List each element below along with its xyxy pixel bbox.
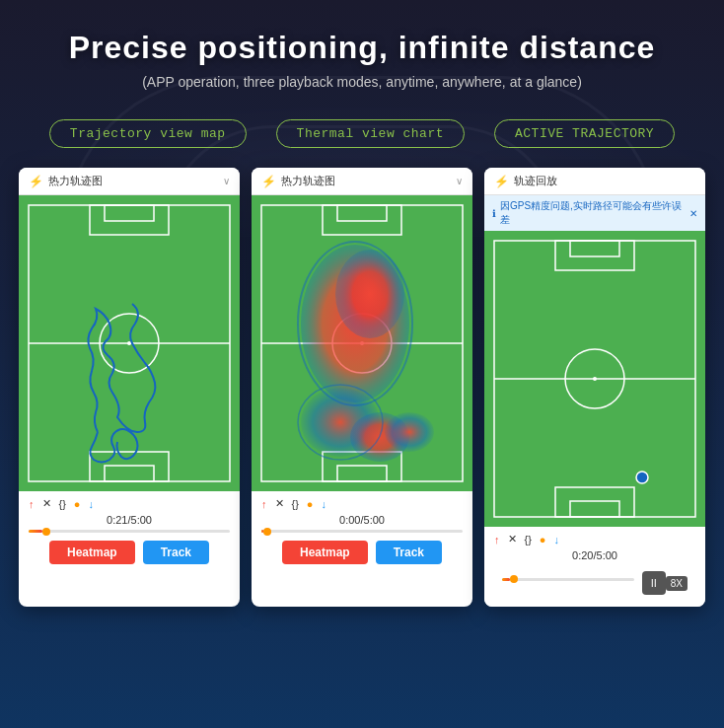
tab-active[interactable]: ACTIVE TRAJECTORY: [494, 119, 675, 148]
panel3-time: 0:20/5:00: [494, 549, 695, 561]
panel2-heatmap-btn[interactable]: Heatmap: [282, 541, 368, 564]
curly-icon-2: {}: [292, 498, 299, 510]
panel1-controls: ↑ ✕ {} ● ↓ 0:21/5:00 Heatmap Track: [19, 491, 240, 570]
main-title: Precise positioning, infinite distance: [69, 30, 656, 66]
panel2-progress[interactable]: [261, 530, 463, 533]
panel2-track-btn[interactable]: Track: [376, 541, 442, 564]
tab-thermal[interactable]: Thermal view chart: [276, 119, 465, 148]
panel1-field: [19, 195, 240, 491]
svg-point-29: [593, 377, 597, 381]
panel3-info-bar: ℹ 因GPS精度问题,实时路径可能会有些许误差 ✕: [484, 195, 705, 231]
panel2-time: 0:00/5:00: [261, 514, 463, 526]
panel2-btn-row: Heatmap Track: [261, 541, 463, 564]
arrow-down-icon-2: ↓: [322, 498, 327, 510]
panel3-progress-fill: [502, 578, 510, 581]
lightning-icon-2: ⚡: [261, 175, 276, 188]
panel3-playback-row: II 8X: [494, 565, 695, 601]
panel1-heatmap-btn[interactable]: Heatmap: [49, 541, 135, 564]
field-svg-2: [252, 195, 472, 491]
hero-section: Precise positioning, infinite distance (…: [0, 0, 724, 728]
cross-icon-2: ✕: [275, 497, 284, 510]
info-icon: ℹ: [492, 208, 496, 219]
panel1-title: 热力轨迹图: [48, 174, 103, 188]
panel2-header-left: ⚡ 热力轨迹图: [261, 174, 335, 188]
info-close[interactable]: ✕: [689, 208, 697, 219]
panel1-chevron[interactable]: ∨: [223, 176, 230, 186]
panel2-control-icons: ↑ ✕ {} ● ↓: [261, 497, 463, 510]
cross-icon-3: ✕: [508, 533, 517, 546]
panel3-progress[interactable]: [502, 578, 634, 581]
panel3-info-text: 因GPS精度问题,实时路径可能会有些许误差: [500, 199, 686, 227]
panel2-chevron[interactable]: ∨: [456, 176, 463, 186]
field-svg-3: [484, 231, 705, 527]
panel1-track-btn[interactable]: Track: [143, 541, 209, 564]
curly-icon-3: {}: [525, 534, 532, 546]
dot-icon-3: ●: [540, 534, 546, 546]
panel3-title: 轨迹回放: [514, 174, 557, 188]
panel1-time: 0:21/5:00: [29, 514, 230, 526]
arrow-down-icon: ↓: [89, 498, 95, 510]
arrow-down-icon-3: ↓: [554, 534, 560, 546]
panel-heatmap: ⚡ 热力轨迹图 ∨: [252, 168, 472, 607]
arrow-up-icon-2: ↑: [261, 498, 267, 510]
panel3-progress-dot: [510, 575, 518, 583]
panel3-header: ⚡ 轨迹回放: [484, 168, 705, 195]
panel-active: ⚡ 轨迹回放 ℹ 因GPS精度问题,实时路径可能会有些许误差 ✕: [484, 168, 705, 607]
panel1-header-left: ⚡ 热力轨迹图: [29, 174, 103, 188]
panel1-progress-fill: [29, 530, 42, 533]
panel3-header-left: ⚡ 轨迹回放: [494, 174, 557, 188]
speed-badge[interactable]: 8X: [666, 576, 688, 591]
arrow-up-icon: ↑: [29, 498, 35, 510]
lightning-icon-3: ⚡: [494, 175, 509, 188]
panel-trajectory: ⚡ 热力轨迹图 ∨: [19, 168, 240, 607]
panel1-control-icons: ↑ ✕ {} ● ↓: [29, 497, 230, 510]
panel2-controls: ↑ ✕ {} ● ↓ 0:00/5:00 Heatmap Track: [252, 491, 472, 570]
panel1-header: ⚡ 热力轨迹图 ∨: [19, 168, 240, 195]
play-pause-btn[interactable]: II: [642, 571, 666, 595]
panels-row: ⚡ 热力轨迹图 ∨: [9, 168, 715, 607]
tabs-row: Trajectory view map Thermal view chart A…: [49, 119, 675, 148]
panel1-progress-dot: [42, 528, 50, 536]
svg-point-22: [385, 412, 434, 452]
cross-icon: ✕: [42, 497, 51, 510]
panel3-controls: ↑ ✕ {} ● ↓ 0:20/5:00 II 8X: [484, 527, 705, 607]
panel3-field: [484, 231, 705, 527]
panel3-control-icons: ↑ ✕ {} ● ↓: [494, 533, 695, 546]
subtitle: (APP operation, three playback modes, an…: [69, 74, 656, 90]
dot-icon: ●: [74, 498, 81, 510]
panel2-title: 热力轨迹图: [281, 174, 335, 188]
tab-trajectory[interactable]: Trajectory view map: [49, 119, 247, 148]
field-svg-1: [19, 195, 240, 491]
lightning-icon-1: ⚡: [29, 175, 43, 188]
curly-icon: {}: [59, 498, 66, 510]
panel2-progress-dot: [263, 528, 271, 536]
dot-icon-2: ●: [307, 498, 314, 510]
panel1-btn-row: Heatmap Track: [29, 541, 230, 564]
svg-point-34: [636, 472, 648, 483]
panel1-progress[interactable]: [29, 530, 230, 533]
panel2-header: ⚡ 热力轨迹图 ∨: [252, 168, 472, 195]
panel2-field: [252, 195, 472, 491]
title-section: Precise positioning, infinite distance (…: [69, 30, 656, 90]
arrow-up-icon-3: ↑: [494, 534, 500, 546]
